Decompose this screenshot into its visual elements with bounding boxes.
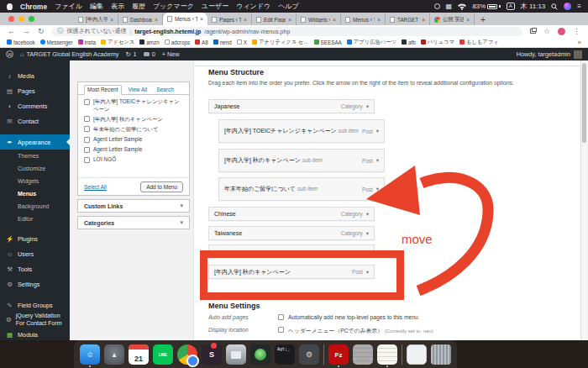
spotlight-search-icon[interactable] xyxy=(551,3,558,10)
menubar-item-view[interactable]: 表示 xyxy=(111,2,124,11)
comments-link[interactable]: 0 xyxy=(144,50,155,58)
apple-logo-icon[interactable] xyxy=(7,3,13,10)
list-item[interactable]: 年末年始のご留学について xyxy=(84,126,183,134)
forward-icon[interactable]: → xyxy=(23,26,30,36)
menubar-item-history[interactable]: 履歴 xyxy=(132,2,145,11)
wordpress-logo-icon[interactable]: W xyxy=(6,50,13,58)
bookmark-facebook[interactable]: facebook xyxy=(7,39,35,45)
add-to-menu-button[interactable]: Add to Menu xyxy=(140,181,183,192)
list-item[interactable]: [年内入学] TOEICチャレンジキャンペーン xyxy=(84,98,183,113)
tab-close-icon[interactable]: × xyxy=(155,17,158,23)
bookmark-messenger[interactable]: Messenger xyxy=(40,39,73,45)
chevron-down-icon[interactable]: ▾ xyxy=(366,211,369,218)
tab-close-icon[interactable]: × xyxy=(377,17,381,23)
bookmark-amazon[interactable]: amzn xyxy=(139,39,159,45)
menubar-app-name[interactable]: Chrome xyxy=(20,3,47,11)
sidebar-item-field-groups[interactable]: ✎Field Groups xyxy=(0,297,70,313)
notes-dock-icon[interactable] xyxy=(353,344,373,365)
menubar-item-help[interactable]: ヘルプ xyxy=(278,2,299,11)
sidebar-sub-background[interactable]: Background xyxy=(0,200,70,213)
list-item[interactable]: Agent Letter Sample xyxy=(84,136,183,144)
accordion-categories[interactable]: Categories ▾ xyxy=(77,216,190,229)
sidebar-sub-widgets[interactable]: Widgets xyxy=(0,175,70,187)
menu-item-autumn-campaign-highlighted[interactable]: [年内入学] 秋のキャンペーン Post ▾ xyxy=(208,265,375,279)
menu-item-toeic-campaign[interactable]: [年内入学] TOEICチャレンジキャンペーン sub item Post ▾ xyxy=(218,119,385,143)
browser-tab[interactable]: Menus ‹ TAR× xyxy=(341,13,386,25)
menu-item-autumn-campaign-sub[interactable]: [年内入学] 秋のキャンペーン sub item Post ▾ xyxy=(218,149,385,172)
bookmark-star-icon[interactable]: ☆ xyxy=(543,26,550,36)
menu-item-yearend-study[interactable]: 年末年始のご留学について sub item Post ▾ xyxy=(218,177,385,201)
status-menu-icon[interactable] xyxy=(434,3,440,9)
zoom-window-button[interactable] xyxy=(29,16,34,22)
list-item[interactable]: LỜI NGÕ xyxy=(84,156,183,164)
bookmark-analytics[interactable]: アナリティクス セ… xyxy=(252,39,309,46)
terminal-dock-icon[interactable]: &gt;_ xyxy=(275,344,295,365)
bookmark-moshimo[interactable]: もしもアフィ xyxy=(459,39,499,46)
tab-close-icon[interactable]: × xyxy=(288,17,291,23)
chrome-dock-icon[interactable] xyxy=(177,344,197,365)
sidebar-item-jquery-validation[interactable]: ⚙jQuery Validation For Contact Form xyxy=(0,313,70,328)
tab-close-icon[interactable]: × xyxy=(466,17,470,23)
bookmark-nend[interactable]: nend xyxy=(213,39,232,45)
scrollbar-thumb[interactable] xyxy=(582,63,586,143)
menubar-item-user[interactable]: ユーザー xyxy=(202,2,228,11)
notification-center-icon[interactable]: ≡ xyxy=(577,3,581,10)
site-name-link[interactable]: ⌂ TARGET Global English Academy xyxy=(20,50,118,58)
wifi-icon[interactable] xyxy=(458,3,466,10)
bookmark-adsense[interactable]: アドセンス xyxy=(101,39,134,46)
bookmark-afb[interactable]: afb xyxy=(402,39,416,45)
bookmark-instagram[interactable]: insta xyxy=(78,39,96,45)
list-item[interactable]: [年内入学] 秋のキャンペーン xyxy=(84,116,183,124)
sidebar-item-plugins[interactable]: ⚡Plugins xyxy=(0,231,70,246)
howdy-label[interactable]: Howdy, targetadmin xyxy=(517,50,570,58)
browser-menu-icon[interactable]: ⋮ xyxy=(573,26,580,36)
new-tab-button[interactable]: + xyxy=(480,14,486,25)
tab-close-icon[interactable]: × xyxy=(110,17,113,23)
sidebar-item-settings[interactable]: ⚙Settings xyxy=(0,276,70,292)
sidebar-sub-customize[interactable]: Customize xyxy=(0,162,70,175)
filezilla-dock-icon[interactable]: Fz xyxy=(328,344,349,365)
bookmark-app-ad-parts[interactable]: アプリ広告パーツ xyxy=(347,39,396,46)
battery-indicator[interactable]: 83% xyxy=(472,3,501,10)
checkbox[interactable] xyxy=(84,116,90,122)
tab-close-icon[interactable]: × xyxy=(422,17,425,23)
address-bar[interactable]: ⓘ 保護されていない通信 | target-english.heteml.jp/… xyxy=(52,27,522,36)
minimize-window-button[interactable] xyxy=(18,16,24,22)
sidebar-sub-menus[interactable]: Menus xyxy=(0,187,70,200)
display-location-checkbox[interactable] xyxy=(278,327,284,333)
chevron-down-icon[interactable]: ▾ xyxy=(180,219,183,226)
rocket-app-dock-icon[interactable]: ▲ xyxy=(104,344,124,365)
sidebar-item-comments[interactable]: ◗Comments xyxy=(0,98,70,113)
chevron-down-icon[interactable]: ▾ xyxy=(366,269,369,276)
input-source-icon[interactable]: A xyxy=(507,3,515,10)
info-icon[interactable]: ⓘ xyxy=(58,27,64,35)
calendar-dock-icon[interactable]: 21 xyxy=(129,344,149,365)
bookmark-seesaa[interactable]: SEESAA xyxy=(314,39,342,45)
tab-close-icon[interactable]: × xyxy=(200,16,203,22)
menubar-item-edit[interactable]: 編集 xyxy=(90,2,103,11)
bookmark-valuecommerce[interactable]: バリュコマ xyxy=(421,39,454,46)
photos-dock-icon[interactable] xyxy=(226,344,246,365)
siri-icon[interactable] xyxy=(564,3,571,10)
sidebar-item-pages[interactable]: ▤Pages xyxy=(0,83,70,98)
bookmarks-overflow-icon[interactable]: » xyxy=(578,39,581,46)
chevron-down-icon[interactable]: ▾ xyxy=(376,157,379,164)
browser-tab[interactable]: 公開 英語 -× xyxy=(430,13,475,25)
chevron-down-icon[interactable]: ▾ xyxy=(376,128,379,134)
sidebar-item-appearance[interactable]: ✒Appearance xyxy=(0,134,70,150)
document-dock-icon[interactable] xyxy=(407,344,427,365)
checkbox[interactable] xyxy=(84,99,90,105)
sidebar-sub-editor[interactable]: Editor xyxy=(0,213,70,225)
browser-tab[interactable]: TARGET Glo× xyxy=(386,13,430,25)
browser-tab[interactable]: Dashboard ‹× xyxy=(118,13,163,25)
send-to-device-icon[interactable] xyxy=(530,29,536,34)
sidebar-item-tools[interactable]: ⚒Tools xyxy=(0,261,70,276)
page-scrollbar[interactable] xyxy=(580,48,587,340)
tab-close-icon[interactable]: × xyxy=(333,17,336,23)
trash-dock-icon[interactable] xyxy=(431,344,451,365)
bookmark-a8[interactable]: A8 xyxy=(195,39,208,45)
menubar-item-file[interactable]: ファイル xyxy=(55,2,82,11)
browser-tab[interactable]: Edit Page ‹ T× xyxy=(252,13,297,25)
tab-search[interactable]: Search xyxy=(154,86,176,94)
chevron-down-icon[interactable]: ▾ xyxy=(180,202,183,209)
